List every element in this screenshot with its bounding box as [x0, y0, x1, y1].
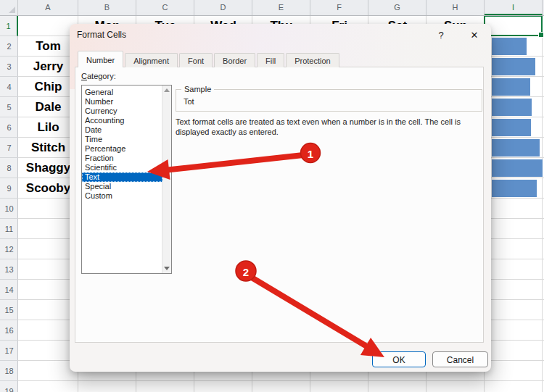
- row-header-6[interactable]: 6: [0, 117, 18, 138]
- column-header-A[interactable]: A: [18, 0, 78, 15]
- column-header-G[interactable]: G: [368, 0, 426, 15]
- data-bar: [492, 38, 527, 55]
- row-header-9[interactable]: 9: [0, 178, 18, 199]
- row-header-12[interactable]: 12: [0, 239, 18, 259]
- excel-window: MonTueWedThuFriSatSunTomJerryChipDaleLil…: [0, 0, 544, 392]
- column-header-D[interactable]: D: [194, 0, 252, 15]
- tab-protection[interactable]: Protection: [286, 53, 339, 67]
- category-item-date[interactable]: Date: [82, 125, 162, 135]
- row-header-3[interactable]: 3: [0, 57, 18, 77]
- row-header-4[interactable]: 4: [0, 77, 18, 97]
- category-item-general[interactable]: General: [82, 88, 162, 97]
- category-item-percentage[interactable]: Percentage: [82, 144, 162, 154]
- column-header-B[interactable]: B: [78, 0, 136, 15]
- fill-handle[interactable]: [538, 32, 544, 38]
- scroll-up-icon[interactable]: [164, 88, 170, 92]
- category-item-fraction[interactable]: Fraction: [82, 154, 162, 163]
- tab-number[interactable]: Number: [78, 51, 123, 67]
- category-item-currency[interactable]: Currency: [82, 107, 162, 116]
- format-cells-dialog: Format Cells ? ✕ NumberAlignmentFontBord…: [70, 24, 491, 372]
- data-bar: [492, 99, 532, 116]
- row-header-13[interactable]: 13: [0, 259, 18, 280]
- category-item-accounting[interactable]: Accounting: [82, 116, 162, 125]
- dialog-title: Format Cells: [77, 30, 126, 40]
- column-header-C[interactable]: C: [136, 0, 194, 15]
- row-header-19[interactable]: 19: [0, 381, 18, 392]
- column-header-E[interactable]: E: [252, 0, 310, 15]
- select-all-corner[interactable]: [0, 0, 18, 15]
- data-bar: [492, 58, 535, 75]
- help-icon[interactable]: ?: [433, 28, 449, 43]
- row-header-10[interactable]: 10: [0, 199, 18, 219]
- row-header-16[interactable]: 16: [0, 320, 18, 341]
- sample-groupbox: Sample Tot: [176, 89, 482, 112]
- category-item-custom[interactable]: Custom: [82, 191, 162, 201]
- row-header-15[interactable]: 15: [0, 300, 18, 320]
- row-header-8[interactable]: 8: [0, 158, 18, 178]
- category-item-number[interactable]: Number: [82, 97, 162, 107]
- scroll-down-icon[interactable]: [164, 267, 170, 270]
- row-header-1[interactable]: 1: [0, 16, 18, 36]
- tab-strip: NumberAlignmentFontBorderFillProtection: [78, 51, 341, 67]
- column-header-I[interactable]: I: [485, 0, 543, 15]
- tab-fill[interactable]: Fill: [257, 53, 284, 67]
- column-header-H[interactable]: H: [426, 0, 485, 15]
- category-label: Category:: [81, 72, 116, 80]
- row-header-17[interactable]: 17: [0, 341, 18, 361]
- listbox-scrollbar[interactable]: [162, 86, 171, 273]
- category-item-scientific[interactable]: Scientific: [82, 163, 162, 172]
- data-bar: [492, 139, 540, 157]
- column-header-F[interactable]: F: [310, 0, 368, 15]
- category-item-special[interactable]: Special: [82, 182, 162, 191]
- category-listbox[interactable]: GeneralNumberCurrencyAccountingDateTimeP…: [81, 85, 172, 274]
- tab-alignment[interactable]: Alignment: [125, 53, 178, 67]
- row-header-5[interactable]: 5: [0, 97, 18, 117]
- tab-font[interactable]: Font: [179, 53, 213, 67]
- tab-border[interactable]: Border: [214, 53, 255, 67]
- category-item-text[interactable]: Text: [82, 172, 162, 182]
- format-description: Text format cells are treated as text ev…: [176, 117, 483, 137]
- close-icon[interactable]: ✕: [466, 28, 483, 43]
- ok-button[interactable]: OK: [372, 351, 426, 367]
- row-header-11[interactable]: 11: [0, 219, 18, 239]
- data-bar: [492, 119, 531, 136]
- column-header-strip: ABCDEFGHI: [0, 0, 544, 16]
- sample-value: Tot: [184, 97, 194, 106]
- data-bar: [492, 159, 543, 177]
- cancel-button[interactable]: Cancel: [432, 351, 488, 367]
- data-bar: [492, 78, 530, 96]
- sample-legend: Sample: [181, 85, 214, 93]
- data-bar: [492, 180, 537, 197]
- row-header-7[interactable]: 7: [0, 138, 18, 158]
- grid-line: [18, 380, 544, 381]
- row-header-14[interactable]: 14: [0, 280, 18, 300]
- category-item-time[interactable]: Time: [82, 135, 162, 144]
- selected-cell-I1[interactable]: [484, 15, 543, 36]
- row-header-18[interactable]: 18: [0, 361, 18, 381]
- row-header-2[interactable]: 2: [0, 36, 18, 57]
- grid-line: [542, 16, 543, 392]
